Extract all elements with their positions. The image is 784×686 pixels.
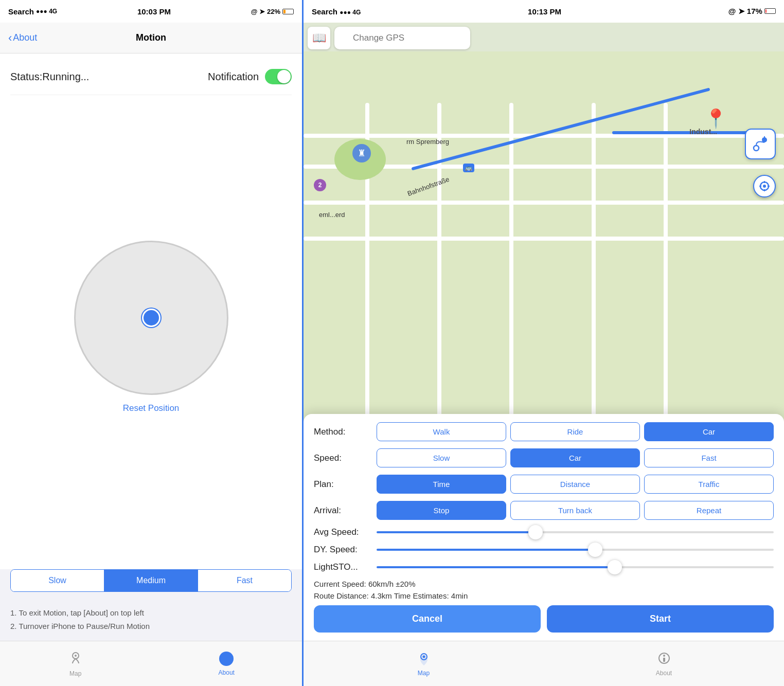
instruction-2: 2. Turnover iPhone to Pause/Run Motion: [10, 620, 292, 633]
dy-speed-label: DY. Speed:: [314, 545, 370, 555]
map-area[interactable]: ♜ 2 🚌 rm Spremberg Bahnhofstraße eml...e…: [304, 0, 784, 686]
avg-speed-track[interactable]: [377, 531, 774, 533]
back-button[interactable]: ‹ About: [8, 31, 37, 45]
running-status: Status:Running...: [10, 71, 89, 83]
plan-traffic-btn[interactable]: Traffic: [644, 475, 774, 494]
reset-position-button[interactable]: Reset Position: [123, 403, 180, 413]
svg-point-2: [754, 146, 759, 151]
left-panel: Search ●●● 4G 10:03 PM @ ➤ 22% ‹ About M…: [0, 0, 304, 686]
instructions: 1. To exit Motion, tap [About] on top le…: [0, 600, 302, 641]
speed-label-right: Speed:: [314, 453, 370, 463]
arrival-repeat-btn[interactable]: Repeat: [644, 501, 774, 520]
right-panel: Search ●●● 4G 10:13 PM @ ➤ 17%: [304, 0, 784, 686]
tab-label-about-right: About: [656, 670, 672, 677]
plan-distance-btn[interactable]: Distance: [510, 475, 640, 494]
arrival-btn-group: Stop Turn back Repeat: [377, 501, 774, 520]
method-row: Method: Walk Ride Car: [314, 422, 774, 441]
settings-panel: Method: Walk Ride Car Speed: Slow Car Fa…: [304, 414, 784, 641]
search-input-right[interactable]: [334, 27, 470, 49]
avg-speed-thumb[interactable]: [528, 525, 543, 539]
route-badge-2: 2: [314, 179, 326, 191]
method-label: Method:: [314, 427, 370, 437]
tab-bar-left: Map About: [0, 641, 302, 686]
back-label[interactable]: About: [13, 32, 37, 43]
book-icon-button[interactable]: 📖: [308, 27, 330, 49]
chevron-left-icon: ‹: [8, 31, 12, 45]
tab-label-about-left: About: [219, 669, 235, 676]
content-area-left: Status:Running... Notification Reset Pos…: [0, 53, 302, 569]
speed-slow-button[interactable]: Slow: [11, 570, 104, 591]
speed-fast-button[interactable]: Fast: [198, 570, 291, 591]
tab-about-right[interactable]: About: [544, 646, 784, 682]
plan-row: Plan: Time Distance Traffic: [314, 475, 774, 494]
arrival-stop-btn[interactable]: Stop: [377, 501, 506, 520]
map-icon-right: [417, 651, 431, 667]
tab-map-right[interactable]: Map: [304, 646, 544, 682]
battery-left: @ ➤ 22%: [251, 8, 294, 15]
svg-point-13: [422, 655, 425, 658]
lightsto-track[interactable]: [377, 566, 774, 568]
plan-time-btn[interactable]: Time: [377, 475, 506, 494]
route-icon-button[interactable]: [745, 129, 776, 159]
castle-marker: ♜: [352, 144, 371, 163]
dy-speed-row: DY. Speed:: [314, 545, 774, 555]
about-active-indicator: [219, 652, 234, 666]
joystick-circle[interactable]: [74, 241, 228, 395]
signal-left: ●●● 4G: [36, 8, 57, 15]
about-icon-right: [657, 651, 671, 667]
svg-point-1: [75, 655, 77, 657]
status-bar-right: Search ●●● 4G 10:13 PM @ ➤ 17%: [304, 0, 784, 23]
start-button[interactable]: Start: [547, 605, 774, 633]
tab-label-map-left: Map: [69, 670, 81, 677]
method-btn-group: Walk Ride Car: [377, 422, 774, 441]
speed-fast-btn[interactable]: Fast: [644, 448, 774, 467]
cancel-button[interactable]: Cancel: [314, 605, 541, 633]
toggle-thumb: [277, 70, 291, 83]
route-road2: [612, 131, 756, 134]
speed-btn-group: Slow Car Fast: [377, 448, 774, 467]
destination-pin: 📍: [704, 108, 727, 130]
arrival-row: Arrival: Stop Turn back Repeat: [314, 501, 774, 520]
joystick-area: Reset Position: [10, 95, 292, 559]
tab-map-left[interactable]: Map: [0, 645, 151, 682]
instruction-1: 1. To exit Motion, tap [About] on top le…: [10, 606, 292, 620]
e-label: eml...erd: [319, 211, 345, 219]
notification-row: Notification: [208, 69, 292, 84]
avg-speed-row: Avg Speed:: [314, 527, 774, 537]
left-status-right: Search ●●● 4G: [312, 7, 361, 16]
speed-row: Speed: Slow Car Fast: [314, 448, 774, 467]
method-walk-btn[interactable]: Walk: [377, 422, 506, 441]
nav-bar-left: ‹ About Motion: [0, 23, 302, 53]
joystick-dot: [142, 309, 161, 327]
app-name-right: Search: [312, 7, 337, 16]
dy-speed-track[interactable]: [377, 549, 774, 551]
speed-slow-btn[interactable]: Slow: [377, 448, 506, 467]
svg-point-7: [763, 185, 766, 188]
tab-about-left[interactable]: About: [151, 646, 302, 681]
dy-speed-thumb[interactable]: [588, 543, 602, 557]
speed-medium-button[interactable]: Medium: [104, 570, 198, 591]
search-bar-right: 📖 🔍: [308, 27, 780, 49]
method-car-btn[interactable]: Car: [644, 422, 774, 441]
time-right: 10:13 PM: [528, 7, 561, 16]
speed-car-btn[interactable]: Car: [510, 448, 640, 467]
current-speed-info: Current Speed: 60km/h ±20%: [314, 580, 774, 588]
method-ride-btn[interactable]: Ride: [510, 422, 640, 441]
road-h4: [304, 237, 784, 241]
action-row: Cancel Start: [314, 605, 774, 633]
left-status: Search ●●● 4G: [8, 7, 57, 16]
avg-speed-label: Avg Speed:: [314, 527, 370, 537]
arrival-label: Arrival:: [314, 506, 370, 516]
plan-btn-group: Time Distance Traffic: [377, 475, 774, 494]
tab-label-map-right: Map: [418, 670, 430, 677]
location-button[interactable]: [753, 175, 776, 197]
lightsto-row: LightSTO...: [314, 562, 774, 572]
city-label: rm Spremberg: [406, 138, 449, 146]
arrival-turnback-btn[interactable]: Turn back: [510, 501, 640, 520]
battery-right: @ ➤ 17%: [728, 7, 776, 16]
speed-selector: Slow Medium Fast: [10, 569, 292, 592]
lightsto-thumb[interactable]: [608, 560, 622, 574]
route-distance-info: Route Distance: 4.3km Time Estimates: 4m…: [314, 591, 774, 600]
notification-toggle[interactable]: [265, 69, 292, 84]
notification-label: Notification: [208, 71, 259, 83]
